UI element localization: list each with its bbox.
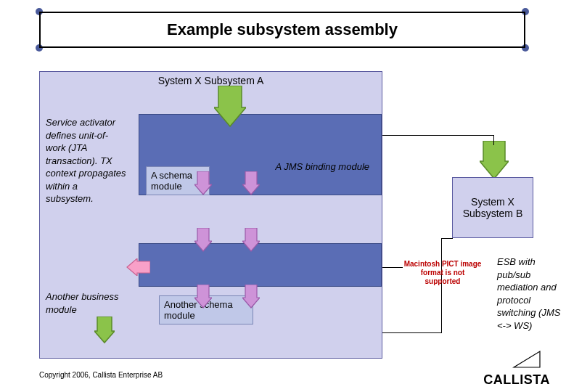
connector-line <box>382 135 494 136</box>
green-arrow-icon <box>480 141 509 180</box>
pict-placeholder: Macintosh PICT image format is not suppo… <box>403 260 482 286</box>
callista-triangle-icon <box>512 350 541 372</box>
note-esb: ESB with pub/sub mediation and protocol … <box>497 256 564 332</box>
pink-arrow-icon <box>126 258 150 276</box>
note-service-activator: Service activator defines unit-of-work (… <box>46 116 127 205</box>
purple-arrow-icon <box>242 228 260 253</box>
purple-arrow-icon <box>242 171 260 196</box>
callista-logo: CALLISTA <box>483 372 550 388</box>
subsystem-a-title: System X Subsystem A <box>40 75 382 86</box>
title-bar: Example subsystem assembly <box>39 12 525 48</box>
subsystem-b-label: System X Subsystem B <box>456 196 530 219</box>
page-title: Example subsystem assembly <box>167 20 398 39</box>
jms-binding-label: A JMS binding module <box>275 161 369 172</box>
purple-arrow-icon <box>194 228 212 253</box>
copyright-text: Copyright 2006, Callista Enterprise AB <box>39 371 163 379</box>
purple-arrow-icon <box>242 285 260 309</box>
green-arrow-icon <box>94 317 115 344</box>
green-arrow-icon <box>214 86 246 128</box>
connector-line <box>441 238 453 239</box>
purple-arrow-icon <box>194 171 212 196</box>
purple-arrow-icon <box>194 285 212 309</box>
connector-line <box>382 332 442 333</box>
connector-line <box>382 267 403 268</box>
business-module-box: A business module <box>139 243 382 287</box>
subsystem-b-container: System X Subsystem B <box>452 177 533 238</box>
note-another-business: Another business module <box>46 290 126 316</box>
connector-line <box>493 135 494 145</box>
